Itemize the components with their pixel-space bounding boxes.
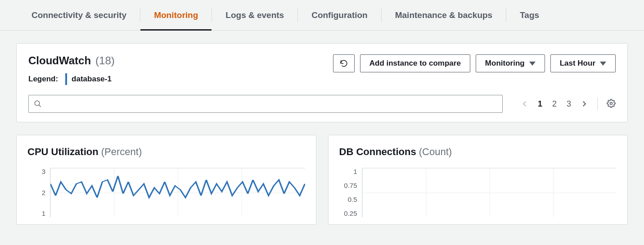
prev-page-button[interactable] (521, 100, 529, 108)
chart-unit: (Count) (419, 146, 452, 157)
legend-item-label: database-1 (72, 75, 112, 84)
chart-card: CPU Utilization (Percent)321 (16, 135, 316, 225)
chart-unit: (Percent) (101, 146, 142, 157)
add-instance-to-compare-button[interactable]: Add instance to compare (360, 54, 470, 72)
chart-title: CPU Utilization (Percent) (27, 146, 305, 158)
y-tick-label: 0.5 (339, 196, 357, 203)
legend-swatch (65, 73, 67, 85)
divider (597, 98, 598, 110)
time-range-dropdown[interactable]: Last Hour (550, 54, 616, 72)
gear-icon (607, 99, 616, 108)
panel-count: (18) (95, 54, 115, 67)
pager: 123 (521, 98, 616, 110)
svg-point-2 (610, 102, 612, 104)
page-number[interactable]: 2 (552, 99, 557, 109)
y-tick-label: 0.25 (339, 209, 357, 217)
time-range-label: Last Hour (560, 59, 595, 68)
y-tick-label: 2 (27, 189, 45, 196)
tab-tags[interactable]: Tags (506, 0, 553, 30)
chart-title: DB Connections (Count) (339, 146, 617, 158)
tab-maintenance-backups[interactable]: Maintenance & backups (382, 0, 506, 30)
refresh-icon (340, 59, 348, 67)
chart-line (50, 176, 305, 197)
y-tick-label: 0.75 (339, 182, 357, 189)
chart-plot (362, 168, 617, 217)
monitoring-dropdown-label: Monitoring (485, 59, 525, 68)
tab-logs-events[interactable]: Logs & events (212, 0, 297, 30)
search-input[interactable] (28, 95, 503, 113)
panel-title: CloudWatch (28, 54, 91, 67)
tab-configuration[interactable]: Configuration (298, 0, 381, 30)
chevron-down-icon (600, 62, 606, 66)
next-page-button[interactable] (580, 100, 588, 108)
y-tick-label: 1 (339, 168, 357, 175)
add-instance-label: Add instance to compare (369, 59, 461, 68)
chevron-down-icon (529, 62, 536, 66)
svg-line-1 (39, 105, 41, 107)
search-icon (34, 100, 42, 108)
tab-monitoring[interactable]: Monitoring (140, 0, 212, 30)
tab-connectivity-security[interactable]: Connectivity & security (18, 0, 140, 30)
monitoring-dropdown[interactable]: Monitoring (476, 54, 545, 72)
legend-label: Legend: (28, 75, 58, 84)
chart-card: DB Connections (Count)10.750.50.25 (328, 135, 628, 225)
settings-button[interactable] (607, 99, 616, 109)
refresh-button[interactable] (333, 54, 355, 72)
page-number[interactable]: 1 (538, 99, 542, 109)
y-tick-label: 3 (27, 168, 45, 175)
chart-plot (50, 168, 305, 217)
y-tick-label: 1 (27, 209, 45, 217)
page-number[interactable]: 3 (567, 99, 571, 109)
legend-item: database-1 (65, 73, 112, 85)
svg-point-0 (35, 101, 40, 106)
cloudwatch-panel: CloudWatch (18) Legend: database-1 Add i… (16, 43, 628, 122)
